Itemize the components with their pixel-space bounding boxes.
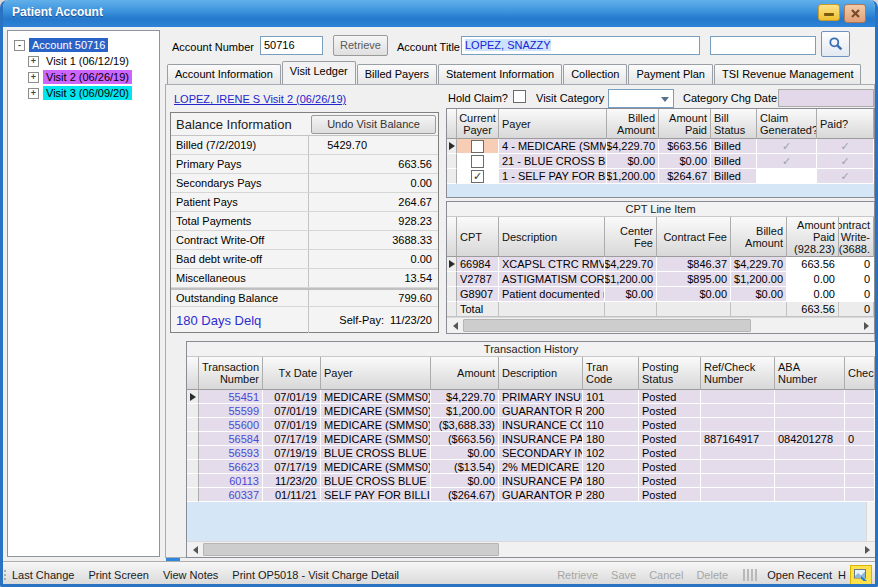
tree-item-visit1[interactable]: Visit 1 (06/12/19) — [43, 54, 132, 68]
col-header-ref-check-number[interactable]: Ref/Check Number — [701, 357, 775, 390]
minimize-button[interactable] — [818, 4, 840, 21]
tree-item-account[interactable]: Account 50716 — [29, 38, 108, 52]
transaction-row[interactable]: 56623 07/17/19 MEDICARE (SMMS0)(4 ($13.5… — [187, 460, 875, 474]
col-header-paid[interactable]: Paid? — [817, 109, 874, 139]
delete-button[interactable]: Delete — [696, 569, 728, 581]
cell-transaction-number[interactable]: 56584 — [199, 432, 263, 446]
col-header-bill-status[interactable]: Bill Status — [711, 109, 757, 139]
cell-transaction-number[interactable]: 56593 — [199, 446, 263, 460]
transaction-row[interactable]: 55599 07/01/19 MEDICARE (SMMS0)(4 $1,200… — [187, 404, 875, 418]
expand-icon[interactable]: + — [28, 88, 39, 99]
cell-payer: SELF PAY FOR BILLIN — [321, 488, 431, 502]
cell-transaction-number[interactable]: 55599 — [199, 404, 263, 418]
col-header-tx-date[interactable]: Tx Date — [263, 357, 321, 390]
tree-item-visit3[interactable]: Visit 3 (06/09/20) — [43, 86, 132, 100]
print-screen-button[interactable]: Print Screen — [88, 569, 149, 581]
balance-row-label: Secondarys Pays — [171, 174, 309, 192]
transaction-row[interactable]: 55600 07/01/19 MEDICARE (SMMS0)(4 ($3,68… — [187, 418, 875, 432]
print-visit-charge-detail-button[interactable]: Print OP5018 - Visit Charge Detail — [232, 569, 399, 581]
col-header-claim-generated[interactable]: Claim Generated? — [757, 109, 817, 139]
col-header-billed-amount[interactable]: Billed Amount — [731, 217, 787, 257]
hold-claim-checkbox[interactable] — [513, 90, 526, 103]
visit-category-dropdown[interactable] — [608, 89, 674, 108]
col-header-description[interactable]: Description — [499, 217, 605, 257]
col-header-tran-code[interactable]: Tran Code — [583, 357, 639, 390]
col-header-billed-amount[interactable]: Billed Amount — [607, 109, 659, 139]
transaction-vertical-scrollbar[interactable] — [866, 502, 875, 541]
col-header-amount-paid[interactable]: Amount Paid (928.23) — [787, 217, 839, 257]
transaction-horizontal-scrollbar[interactable] — [187, 541, 875, 557]
col-header-posting-status[interactable]: Posting Status — [639, 357, 701, 390]
tab-tsi-revenue-management[interactable]: TSI Revenue Management — [714, 64, 861, 84]
col-header-center-fee[interactable]: Center Fee — [605, 217, 657, 257]
cpt-row[interactable]: V2787 ASTIGMATISM CORREC $1,200.00 $895.… — [447, 272, 874, 287]
last-change-button[interactable]: Last Change — [12, 569, 74, 581]
scrollbar-thumb[interactable] — [463, 319, 751, 332]
col-header-aba-number[interactable]: ABA Number — [775, 357, 845, 390]
cpt-row[interactable]: G8907 Patient documented not t $0.00 $0.… — [447, 287, 874, 302]
undo-visit-balance-button[interactable]: Undo Visit Balance — [311, 115, 436, 134]
cancel-button[interactable]: Cancel — [649, 569, 683, 581]
account-title-input[interactable]: LOPEZ, SNAZZY — [461, 36, 700, 55]
col-header-contract-fee[interactable]: Contract Fee — [657, 217, 731, 257]
transaction-row[interactable]: 56584 07/17/19 MEDICARE (SMMS0)(4 ($663.… — [187, 432, 875, 446]
expand-icon[interactable]: + — [28, 72, 39, 83]
transaction-row[interactable]: 56593 07/19/19 BLUE CROSS BLUE SI $0.00 … — [187, 446, 875, 460]
screenshot-tool-button[interactable] — [850, 565, 872, 585]
scroll-right-icon[interactable] — [859, 542, 875, 557]
scroll-left-icon[interactable] — [447, 318, 463, 333]
col-header-amount-paid[interactable]: Amount Paid — [659, 109, 711, 139]
tree-item-visit2[interactable]: Visit 2 (06/26/19) — [43, 70, 132, 84]
tab-account-information[interactable]: Account Information — [167, 64, 281, 84]
col-header-payer[interactable]: Payer — [321, 357, 431, 390]
cpt-row[interactable]: 66984 XCAPSL CTRC RMVL IN $4,229.70 $846… — [447, 257, 874, 272]
payer-row[interactable]: 21 - BLUE CROSS BLUE $0.00 $0.00 Billed … — [447, 154, 874, 169]
col-header-cpt[interactable]: CPT — [457, 217, 499, 257]
payer-row[interactable]: ✓ 1 - SELF PAY FOR BILLIN $1,200.00 $264… — [447, 169, 874, 184]
expand-icon[interactable]: + — [28, 56, 39, 67]
col-header-contract-writeoff[interactable]: Contract Write- (3688. — [839, 217, 874, 257]
collapse-icon[interactable]: - — [14, 40, 25, 51]
col-header-current-payer[interactable]: Current Payer — [457, 109, 499, 139]
col-header-amount[interactable]: Amount — [431, 357, 499, 390]
save-button[interactable]: Save — [611, 569, 636, 581]
payer-row[interactable]: 4 - MEDICARE (SMMS0) $4,229.70 $663.56 B… — [447, 139, 874, 154]
patient-visit-link[interactable]: LOPEZ, IRENE S Visit 2 (06/26/19) — [174, 93, 346, 105]
tab-collection[interactable]: Collection — [563, 64, 627, 84]
open-recent-button[interactable]: Open Recent — [767, 569, 832, 581]
cell-transaction-number[interactable]: 60113 — [199, 474, 263, 488]
cpt-horizontal-scrollbar[interactable] — [447, 317, 874, 333]
cell-transaction-number[interactable]: 56623 — [199, 460, 263, 474]
scrollbar-thumb[interactable] — [203, 543, 499, 556]
retrieve-button[interactable]: Retrieve — [333, 35, 388, 56]
account-number-input[interactable]: 50716 — [260, 36, 323, 55]
scroll-right-icon[interactable] — [858, 318, 874, 333]
cell-transaction-number[interactable]: 55600 — [199, 418, 263, 432]
quick-search-input[interactable] — [710, 36, 816, 55]
transaction-row[interactable]: 60337 01/11/21 SELF PAY FOR BILLIN ($264… — [187, 488, 875, 502]
category-chg-date-field[interactable] — [778, 89, 874, 107]
col-header-check[interactable]: Check — [845, 357, 875, 390]
transaction-row[interactable]: 55451 07/01/19 MEDICARE (SMMS0)(4 $4,229… — [187, 390, 875, 404]
current-payer-checkbox[interactable] — [471, 140, 484, 153]
cell-transaction-number[interactable]: 60337 — [199, 488, 263, 502]
current-payer-checkbox[interactable] — [471, 155, 484, 168]
scroll-left-icon[interactable] — [187, 542, 203, 557]
cell-transaction-number[interactable]: 55451 — [199, 390, 263, 404]
tab-statement-information[interactable]: Statement Information — [438, 64, 562, 84]
help-button[interactable]: H — [838, 569, 846, 581]
tab-billed-payers[interactable]: Billed Payers — [357, 64, 437, 84]
retrieve-statusbar-button[interactable]: Retrieve — [557, 569, 598, 581]
col-header-payer[interactable]: Payer — [499, 109, 607, 139]
visit-category-label: Visit Category — [536, 92, 604, 104]
transaction-row[interactable]: 60113 11/23/20 BLUE CROSS BLUE SI $0.00 … — [187, 474, 875, 488]
close-button[interactable] — [844, 4, 866, 23]
titlebar[interactable]: Patient Account — [0, 0, 878, 27]
view-notes-button[interactable]: View Notes — [163, 569, 218, 581]
current-payer-checkbox[interactable]: ✓ — [471, 170, 484, 183]
tab-payment-plan[interactable]: Payment Plan — [628, 64, 712, 84]
tab-visit-ledger[interactable]: Visit Ledger — [282, 61, 356, 84]
col-header-transaction-number[interactable]: Transaction Number — [199, 357, 263, 390]
search-button[interactable] — [821, 31, 850, 57]
col-header-description[interactable]: Description — [499, 357, 583, 390]
